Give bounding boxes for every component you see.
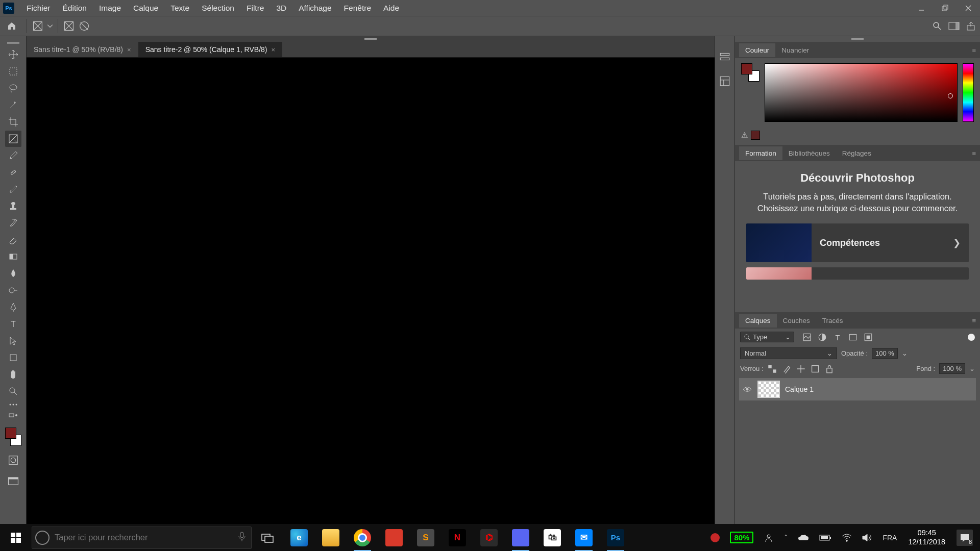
lock-all-icon[interactable] [825, 364, 834, 373]
learn-card-competences[interactable]: Compétences ❯ [746, 223, 969, 262]
taskbar-app-chrome[interactable] [347, 524, 378, 551]
hue-slider[interactable] [963, 63, 974, 122]
filter-toggle[interactable] [968, 334, 975, 341]
frame-tool[interactable] [5, 131, 21, 147]
taskbar-app-explorer[interactable] [315, 524, 347, 551]
volume-icon[interactable] [858, 524, 876, 551]
tab-calques[interactable]: Calques [739, 314, 777, 328]
pen-tool[interactable] [5, 299, 21, 315]
lock-position-icon[interactable] [796, 364, 805, 373]
lock-artboard-icon[interactable] [811, 364, 820, 373]
minimize-button[interactable] [910, 0, 933, 16]
filter-smart-icon[interactable] [864, 333, 873, 342]
menu-aide[interactable]: Aide [377, 2, 405, 15]
tab-bibliotheques[interactable]: Bibliothèques [782, 146, 836, 160]
blend-mode-select[interactable]: Normal⌄ [740, 347, 837, 359]
action-center-icon[interactable]: 8 [952, 524, 977, 551]
tray-app-icon[interactable] [706, 524, 724, 551]
blur-tool[interactable] [5, 265, 21, 282]
share-icon[interactable] [966, 21, 976, 31]
learn-card-next[interactable] [746, 267, 969, 280]
menu-edition[interactable]: Édition [57, 2, 93, 15]
doc-collapse-handle[interactable] [27, 36, 715, 42]
marquee-tool[interactable] [5, 63, 21, 80]
close-icon[interactable]: × [271, 46, 275, 54]
layer-name[interactable]: Calque 1 [785, 385, 814, 393]
taskbar-app-netflix[interactable]: N [442, 524, 473, 551]
hand-tool[interactable] [5, 366, 21, 383]
path-selection-tool[interactable] [5, 333, 21, 349]
color-panel-swatches[interactable] [741, 63, 760, 82]
taskbar-search[interactable] [32, 527, 252, 549]
toolbox-collapse[interactable] [7, 40, 19, 46]
menu-affichage[interactable]: Affichage [292, 2, 337, 15]
panel-menu-icon[interactable]: ≡ [972, 149, 976, 157]
workspace-icon[interactable] [948, 21, 960, 31]
filter-pixel-icon[interactable] [802, 333, 812, 342]
tray-chevron-up-icon[interactable]: ˄ [780, 524, 792, 551]
tab-couleur[interactable]: Couleur [739, 43, 775, 57]
visibility-toggle-icon[interactable] [742, 386, 752, 393]
out-of-gamut-warning[interactable]: ⚠ [741, 131, 760, 140]
battery-indicator[interactable]: 80% [726, 524, 757, 551]
taskbar-app-photoshop[interactable]: Ps [600, 524, 631, 551]
option-icon-1[interactable] [63, 20, 75, 32]
foreground-color-swatch[interactable] [5, 428, 16, 439]
wifi-icon[interactable] [838, 524, 856, 551]
screenmode-icon[interactable] [7, 474, 20, 488]
lock-transparent-icon[interactable] [768, 364, 777, 373]
taskbar-app-discord[interactable] [505, 524, 536, 551]
onedrive-icon[interactable] [794, 524, 813, 551]
home-button[interactable] [4, 18, 19, 34]
crop-tool[interactable] [5, 114, 21, 130]
move-tool[interactable] [5, 46, 21, 63]
taskbar-app-edge[interactable]: e [283, 524, 315, 551]
task-view-icon[interactable] [252, 524, 283, 551]
history-panel-icon[interactable] [719, 51, 731, 63]
filter-shape-icon[interactable] [848, 333, 857, 342]
taskbar-app-ad[interactable] [378, 524, 410, 551]
battery-icon[interactable] [815, 524, 836, 551]
option-icon-2[interactable] [78, 20, 90, 32]
panel-menu-icon[interactable]: ≡ [972, 46, 976, 54]
menu-calque[interactable]: Calque [127, 2, 164, 15]
color-swatches[interactable] [5, 428, 21, 446]
search-input[interactable] [55, 533, 238, 542]
eraser-tool[interactable] [5, 232, 21, 248]
clock[interactable]: 09:45 12/11/2018 [903, 529, 950, 546]
type-tool[interactable]: T [5, 316, 21, 332]
history-brush-tool[interactable] [5, 215, 21, 231]
taskbar-app-cc[interactable]: ⌬ [473, 524, 505, 551]
fill-input[interactable]: 100 % [939, 363, 965, 374]
layer-item[interactable]: Calque 1 [739, 378, 976, 400]
dodge-tool[interactable] [5, 282, 21, 298]
menu-selection[interactable]: Sélection [195, 2, 240, 15]
document-tab-2[interactable]: Sans titre-2 @ 50% (Calque 1, RVB/8)× [138, 42, 282, 57]
close-icon[interactable]: × [127, 46, 131, 54]
brush-tool[interactable] [5, 181, 21, 197]
filter-type-icon[interactable]: T [833, 333, 842, 342]
gradient-tool[interactable] [5, 248, 21, 265]
stamp-tool[interactable] [5, 198, 21, 214]
properties-panel-icon[interactable] [719, 75, 731, 87]
document-tab-1[interactable]: Sans titre-1 @ 50% (RVB/8)× [27, 42, 138, 57]
menu-fenetre[interactable]: Fenêtre [338, 2, 377, 15]
panels-collapse-handle[interactable] [735, 36, 980, 42]
maximize-button[interactable] [933, 0, 957, 16]
taskbar-app-store[interactable]: 🛍 [536, 524, 568, 551]
people-icon[interactable] [760, 524, 778, 551]
lasso-tool[interactable] [5, 80, 21, 96]
filter-adjust-icon[interactable] [818, 333, 827, 342]
color-cursor-icon[interactable] [948, 93, 953, 98]
taskbar-app-messenger[interactable]: ✉ [568, 524, 600, 551]
quickmask-icon[interactable] [7, 454, 20, 467]
chevron-down-icon[interactable] [47, 20, 53, 32]
tab-formation[interactable]: Formation [739, 146, 782, 160]
menu-image[interactable]: Image [93, 2, 127, 15]
panel-menu-icon[interactable]: ≡ [972, 317, 976, 324]
edit-toolbar-icon[interactable] [5, 410, 21, 420]
shape-tool[interactable] [5, 349, 21, 366]
taskbar-app-sublime[interactable]: S [410, 524, 442, 551]
more-tools-icon[interactable] [5, 400, 21, 409]
eyedropper-tool[interactable] [5, 147, 21, 164]
